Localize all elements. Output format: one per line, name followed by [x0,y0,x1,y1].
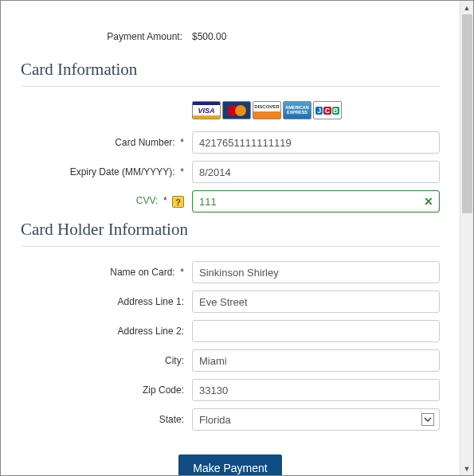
discover-icon: DISCOVER [253,101,281,119]
card-information-heading: Card Information [21,60,440,87]
state-label: State: [21,414,192,425]
required-mark: * [180,267,184,278]
required-mark: * [180,137,184,148]
expiry-row: Expiry Date (MM/YYYY): * [21,161,440,183]
form-content: Payment Amount: $500.00 Card Information… [1,1,460,475]
amex-icon: AMERICANEXPRESS [283,101,311,119]
scroll-down-icon[interactable]: ▼ [460,462,473,475]
vertical-scrollbar[interactable]: ▲ ▼ [460,1,473,475]
clear-icon[interactable]: ✕ [424,195,433,208]
city-row: City: [21,349,440,372]
city-label: City: [21,355,192,366]
payment-amount-value: $500.00 [192,31,226,42]
state-selected-value: Florida [199,414,231,426]
chevron-down-icon [421,413,434,426]
address2-label: Address Line 2: [21,326,192,337]
payment-amount-label: Payment Amount: [21,31,192,42]
name-input[interactable] [192,261,440,283]
required-mark: * [163,195,167,206]
cvv-help-icon[interactable]: ? [172,196,184,208]
card-number-input[interactable] [192,131,440,154]
visa-icon: VISA [192,101,221,119]
card-logos-row: VISA DISCOVER AMERICANEXPRESS JCB [21,101,440,124]
name-row: Name on Card: * [21,261,440,283]
scroll-thumb[interactable] [462,14,472,213]
expiry-label: Expiry Date (MM/YYYY): [70,166,175,178]
address1-row: Address Line 1: [21,291,440,313]
card-number-row: Card Number: * [21,131,440,154]
address2-input[interactable] [192,320,440,342]
card-brand-logos: VISA DISCOVER AMERICANEXPRESS JCB [192,101,440,119]
name-label: Name on Card: [110,267,174,278]
required-mark: * [180,166,184,178]
state-select[interactable]: Florida [192,408,440,431]
card-holder-heading: Card Holder Information [21,220,440,247]
address1-label: Address Line 1: [21,296,192,307]
scroll-up-icon[interactable]: ▲ [460,1,473,14]
address1-input[interactable] [192,291,440,313]
zip-input[interactable] [192,379,440,401]
expiry-input[interactable] [192,161,440,183]
submit-row: Make Payment [21,455,440,475]
city-input[interactable] [192,349,440,372]
cvv-row: CVV: * ? ✕ [21,190,440,213]
payment-form-window: Payment Amount: $500.00 Card Information… [0,0,474,476]
address2-row: Address Line 2: [21,320,440,342]
payment-amount-row: Payment Amount: $500.00 [21,31,440,42]
zip-label: Zip Code: [21,384,192,396]
cvv-input[interactable] [192,190,440,213]
card-number-label: Card Number: [115,137,174,148]
cvv-label: CVV: [136,195,159,206]
zip-row: Zip Code: [21,379,440,401]
state-row: State: Florida [21,408,440,431]
make-payment-button[interactable]: Make Payment [178,455,281,475]
jcb-icon: JCB [313,101,342,119]
mastercard-icon [222,101,251,119]
